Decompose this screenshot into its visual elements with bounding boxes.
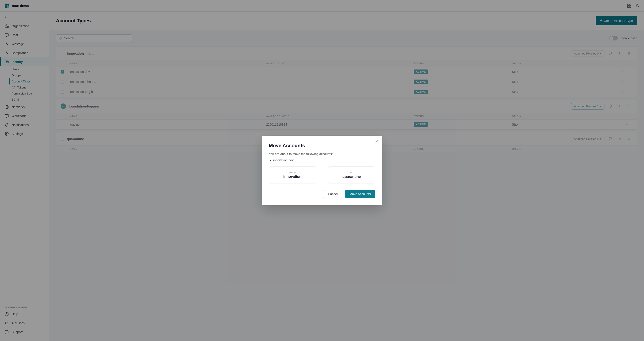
flow-from-box: FROM innovation [269,166,316,183]
move-accounts-modal: ✕ Move Accounts You are about to move th… [262,136,382,205]
flow-to-label: To [333,171,370,174]
modal-overlay[interactable]: ✕ Move Accounts You are about to move th… [0,0,644,341]
modal-flow: FROM innovation → To quarantine [269,166,375,183]
flow-arrow-icon: → [320,172,324,178]
flow-to-box: To quarantine [328,166,375,183]
modal-description: You are about to move the following acco… [269,152,375,156]
cancel-button[interactable]: Cancel [323,190,342,198]
flow-to-value: quarantine [333,175,370,179]
modal-actions: Cancel Move Accounts [269,190,375,198]
flow-from-label: FROM [274,171,311,174]
modal-accounts-list: innovation-dev [269,158,375,162]
move-accounts-button[interactable]: Move Accounts [345,190,375,198]
modal-account-item: innovation-dev [273,158,375,162]
flow-from-value: innovation [274,175,311,179]
modal-close-button[interactable]: ✕ [375,139,379,144]
modal-title: Move Accounts [269,143,375,149]
